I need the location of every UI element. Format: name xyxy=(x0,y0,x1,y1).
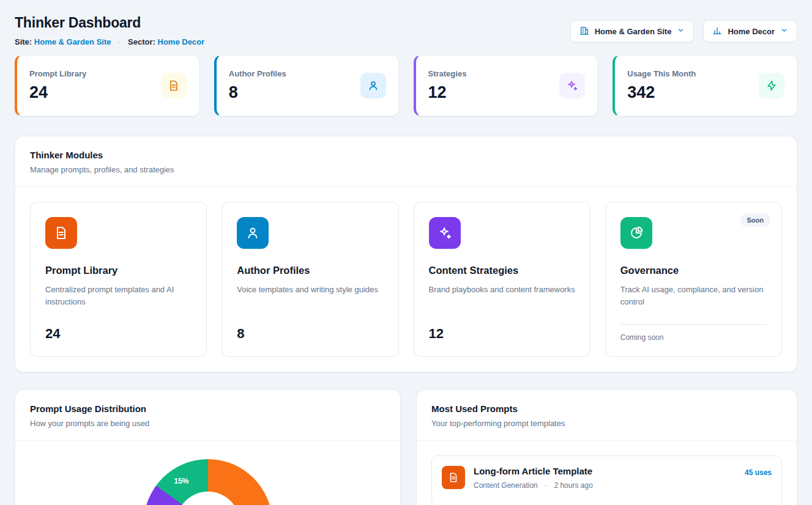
usage-panel-subtitle: How your prompts are being used xyxy=(30,419,386,428)
sparkle-star-icon xyxy=(559,73,585,98)
most-used-prompts-panel: Most Used Prompts Your top-performing pr… xyxy=(416,389,797,505)
stat-card-author-profiles: Author Profiles 8 xyxy=(214,55,399,116)
document-icon xyxy=(161,73,187,98)
header-selectors: Home & Garden Site Home Decor xyxy=(570,15,797,42)
module-description: Centralized prompt templates and AI inst… xyxy=(45,284,192,308)
module-card-prompt-library[interactable]: Prompt Library Centralized prompt templa… xyxy=(30,202,207,357)
sector-link[interactable]: Home Decor xyxy=(158,37,205,46)
module-count: 12 xyxy=(429,326,575,342)
separator-dot: · xyxy=(545,481,547,490)
site-label: Site: xyxy=(15,37,32,46)
module-title: Governance xyxy=(620,265,767,276)
donut-segment-label: 15% xyxy=(174,477,188,485)
module-card-author-profiles[interactable]: Author Profiles Voice templates and writ… xyxy=(222,202,398,357)
sector-selector-dropdown[interactable]: Home Decor xyxy=(703,20,797,42)
coming-soon-note: Coming soon xyxy=(620,333,767,342)
prompt-category: Content Generation xyxy=(474,481,538,490)
sparkle-star-icon xyxy=(429,217,461,249)
chevron-down-icon xyxy=(677,26,685,36)
page-header: Thinker Dashboard Site: Home & Garden Si… xyxy=(15,15,797,46)
divider xyxy=(417,440,797,441)
stat-value: 8 xyxy=(229,83,286,102)
prompt-title: Long-form Article Template xyxy=(474,466,736,476)
usage-distribution-panel: Prompt Usage Distribution How your promp… xyxy=(15,389,401,505)
sector-selector-value: Home Decor xyxy=(728,27,775,36)
chevron-down-icon xyxy=(780,26,788,36)
stat-card-usage: Usage This Month 342 xyxy=(613,55,797,116)
lightning-icon xyxy=(759,73,784,98)
module-description: Track AI usage, compliance, and version … xyxy=(620,284,767,308)
module-card-governance[interactable]: Soon Governance Track AI usage, complian… xyxy=(605,202,782,357)
bottom-row: Prompt Usage Distribution How your promp… xyxy=(15,389,797,505)
stat-label: Usage This Month xyxy=(627,69,696,78)
prompt-time: 2 hours ago xyxy=(554,481,592,490)
document-icon xyxy=(442,466,465,489)
building-icon xyxy=(579,26,589,37)
module-title: Author Profiles xyxy=(237,265,383,276)
module-count: 24 xyxy=(45,326,192,342)
document-icon xyxy=(45,217,77,249)
dashboard-page: Thinker Dashboard Site: Home & Garden Si… xyxy=(0,0,812,505)
prompt-uses-badge: 45 uses xyxy=(745,468,772,477)
stat-value: 12 xyxy=(428,83,467,102)
site-selector-dropdown[interactable]: Home & Garden Site xyxy=(570,20,695,42)
prompts-panel-subtitle: Your top-performing prompt templates xyxy=(431,419,782,428)
stat-label: Strategies xyxy=(428,69,467,78)
modules-panel-subtitle: Manage prompts, profiles, and strategies xyxy=(30,165,782,174)
prompt-meta: Content Generation · 2 hours ago xyxy=(474,481,736,490)
sector-label: Sector: xyxy=(128,37,155,46)
module-count: 8 xyxy=(237,326,383,342)
module-description: Voice templates and writing style guides xyxy=(237,284,383,296)
person-icon xyxy=(360,73,386,98)
divider xyxy=(620,324,767,325)
site-selector-value: Home & Garden Site xyxy=(595,27,672,36)
bar-chart-icon xyxy=(712,26,722,37)
stat-value: 342 xyxy=(627,83,696,102)
donut-chart: 15% xyxy=(144,459,272,505)
breadcrumb: Site: Home & Garden Site · Sector: Home … xyxy=(15,37,204,46)
stat-card-strategies: Strategies 12 xyxy=(414,55,598,116)
stat-label: Author Profiles xyxy=(229,69,286,78)
stat-cards-row: Prompt Library 24 Author Profiles 8 Stra… xyxy=(15,55,797,116)
soon-badge: Soon xyxy=(740,213,771,227)
module-description: Brand playbooks and content frameworks xyxy=(429,284,575,296)
modules-grid: Prompt Library Centralized prompt templa… xyxy=(15,187,797,372)
prompts-panel-title: Most Used Prompts xyxy=(431,404,782,414)
pie-chart-icon xyxy=(620,217,652,249)
title-block: Thinker Dashboard Site: Home & Garden Si… xyxy=(15,15,204,46)
module-card-content-strategies[interactable]: Content Strategies Brand playbooks and c… xyxy=(414,202,590,357)
divider xyxy=(15,440,400,441)
site-link[interactable]: Home & Garden Site xyxy=(34,37,111,46)
usage-panel-title: Prompt Usage Distribution xyxy=(30,404,386,414)
person-icon xyxy=(237,217,269,249)
stat-value: 24 xyxy=(29,83,86,102)
modules-panel-title: Thinker Modules xyxy=(30,150,782,160)
separator-dot: · xyxy=(118,37,121,46)
stat-label: Prompt Library xyxy=(29,69,86,78)
module-title: Prompt Library xyxy=(45,265,192,276)
thinker-modules-panel: Thinker Modules Manage prompts, profiles… xyxy=(15,136,797,372)
module-title: Content Strategies xyxy=(429,265,575,276)
stat-card-prompt-library: Prompt Library 24 xyxy=(15,55,199,116)
prompt-list-item[interactable]: Long-form Article Template Content Gener… xyxy=(431,455,782,505)
page-title: Thinker Dashboard xyxy=(15,15,204,31)
